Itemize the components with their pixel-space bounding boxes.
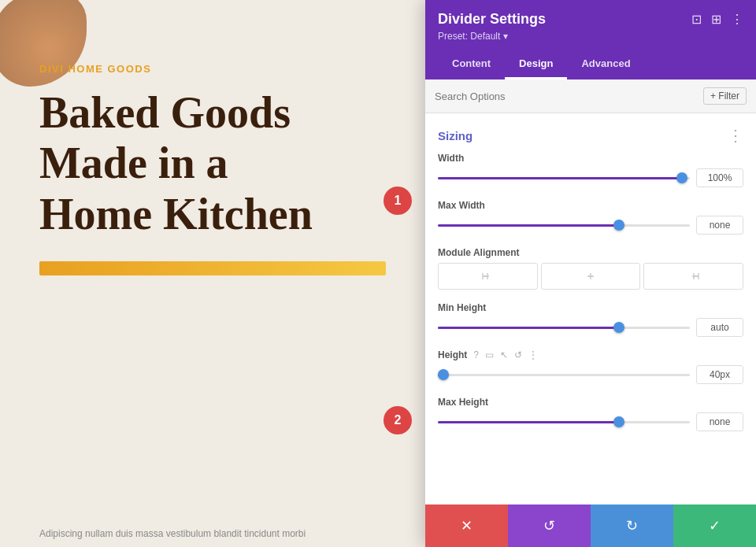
min-height-slider-row: auto (438, 318, 743, 337)
redo-button[interactable]: ↻ (591, 504, 673, 547)
panel-content: Sizing ⋮ Width 100% Max Width (425, 113, 756, 504)
width-label: Width (438, 153, 743, 164)
max-width-thumb[interactable] (613, 220, 624, 231)
preset-label[interactable]: Preset: Default ▾ (438, 31, 743, 42)
search-bar: + Filter (425, 79, 756, 113)
max-height-track (438, 421, 690, 423)
height-more-icon[interactable]: ⋮ (528, 349, 538, 360)
height-device-icon[interactable]: ▭ (485, 349, 494, 360)
tab-design[interactable]: Design (505, 50, 567, 79)
max-width-value[interactable]: none (696, 216, 743, 235)
width-slider[interactable] (438, 170, 690, 186)
min-height-track (438, 327, 690, 329)
min-height-thumb[interactable] (613, 322, 624, 333)
min-height-value[interactable]: auto (696, 318, 743, 337)
alignment-setting: Module Alignment (438, 247, 743, 290)
align-left-button[interactable] (438, 263, 538, 290)
width-value[interactable]: 100% (696, 168, 743, 187)
save-button[interactable]: ✓ (673, 504, 756, 547)
max-width-label: Max Width (438, 200, 743, 211)
height-label-row: Height ? ▭ ↖ ↺ ⋮ (438, 349, 743, 360)
undo-button[interactable]: ↺ (508, 504, 591, 547)
svg-rect-0 (483, 275, 489, 277)
height-thumb[interactable] (438, 369, 449, 380)
width-thumb[interactable] (676, 172, 687, 183)
min-height-label: Min Height (438, 302, 743, 313)
max-height-setting: Max Height none (438, 397, 743, 431)
min-height-setting: Min Height auto (438, 302, 743, 337)
focus-icon[interactable]: ⊡ (691, 12, 702, 27)
hero-divider-bar (39, 261, 386, 275)
brand-name: DIVI HOME GOODS (39, 63, 362, 75)
panel-tabs: Content Design Advanced (438, 50, 743, 79)
max-height-slider-row: none (438, 412, 743, 431)
bottom-text: Adipiscing nullam duis massa vestibulum … (39, 528, 354, 539)
step-badge-1: 1 (384, 187, 412, 215)
search-input[interactable] (435, 91, 703, 102)
min-height-slider[interactable] (438, 320, 690, 335)
width-track (438, 177, 690, 179)
width-slider-row: 100% (438, 168, 743, 187)
height-track (438, 374, 690, 376)
svg-rect-5 (692, 275, 699, 277)
max-width-track (438, 224, 690, 227)
section-title: Sizing (438, 129, 472, 142)
align-right-button[interactable] (643, 263, 743, 290)
align-center-button[interactable] (541, 263, 641, 290)
cancel-button[interactable]: ✕ (425, 504, 508, 547)
height-cursor-icon[interactable]: ↖ (500, 349, 508, 360)
panel-header: Divider Settings ⊡ ⊞ ⋮ Preset: Default ▾… (425, 0, 756, 79)
sizing-section-header: Sizing ⋮ (438, 113, 743, 153)
height-slider[interactable] (438, 367, 690, 383)
alignment-buttons (438, 263, 743, 290)
height-reset-icon[interactable]: ↺ (514, 349, 522, 360)
min-height-fill (438, 327, 619, 329)
more-icon[interactable]: ⋮ (731, 12, 743, 27)
height-help-icon[interactable]: ? (473, 349, 479, 360)
height-setting: Height ? ▭ ↖ ↺ ⋮ 40px (438, 349, 743, 384)
panel-title: Divider Settings (438, 11, 546, 28)
columns-icon[interactable]: ⊞ (711, 12, 721, 27)
hero-content: DIVI HOME GOODS Baked GoodsMade in aHome… (0, 0, 402, 547)
max-height-label: Max Height (438, 397, 743, 408)
max-height-slider[interactable] (438, 414, 690, 430)
max-width-fill (438, 224, 619, 227)
max-width-slider-row: none (438, 216, 743, 235)
height-slider-row: 40px (438, 365, 743, 384)
max-height-thumb[interactable] (613, 416, 624, 427)
alignment-label: Module Alignment (438, 247, 743, 258)
tab-advanced[interactable]: Advanced (567, 50, 644, 79)
step-badge-2: 2 (384, 406, 412, 434)
filter-button[interactable]: + Filter (703, 87, 747, 105)
max-width-slider[interactable] (438, 217, 690, 233)
width-fill (438, 177, 682, 179)
settings-panel: Divider Settings ⊡ ⊞ ⋮ Preset: Default ▾… (425, 0, 756, 547)
height-value[interactable]: 40px (696, 365, 743, 384)
panel-header-top: Divider Settings ⊡ ⊞ ⋮ (438, 11, 743, 28)
section-menu-icon[interactable]: ⋮ (728, 126, 743, 145)
panel-header-icons: ⊡ ⊞ ⋮ (691, 12, 743, 27)
tab-content[interactable]: Content (438, 50, 505, 79)
max-height-fill (438, 421, 619, 423)
max-height-value[interactable]: none (696, 412, 743, 431)
max-width-setting: Max Width none (438, 200, 743, 235)
width-setting: Width 100% (438, 153, 743, 187)
panel-footer: ✕ ↺ ↻ ✓ (425, 504, 756, 547)
height-label: Height (438, 349, 467, 360)
hero-title: Baked GoodsMade in aHome Kitchen (39, 87, 362, 239)
